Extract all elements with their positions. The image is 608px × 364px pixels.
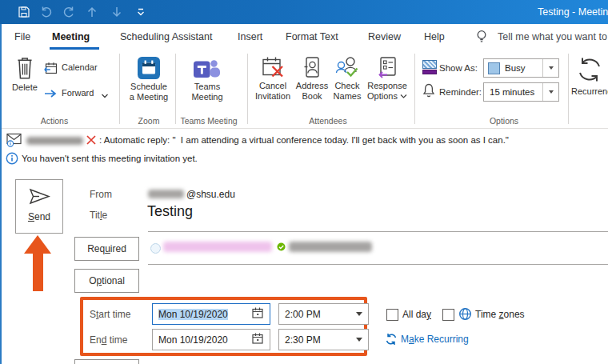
forward-dropdown-chevron-icon[interactable]	[101, 90, 109, 102]
move-up-icon[interactable]	[86, 6, 98, 18]
cancel-invitation-icon	[262, 56, 285, 81]
tab-format-text[interactable]: Format Text	[286, 31, 338, 42]
ribbon-divider	[0, 128, 608, 129]
recurrence-icon	[574, 55, 605, 86]
annotation-arrow-shaft	[33, 253, 43, 291]
presence-available-icon	[277, 242, 286, 254]
unsent-invitation-text: You haven't sent this meeting invitation…	[22, 154, 198, 163]
show-as-dropdown[interactable]: Busy	[483, 58, 559, 78]
make-recurring-icon	[385, 333, 398, 348]
automatic-reply-text: : Automatic reply: " I am attending a vi…	[99, 135, 509, 145]
all-day-checkbox[interactable]	[386, 309, 398, 321]
send-plane-icon	[29, 188, 50, 207]
required-label: Required	[87, 243, 126, 254]
all-day-label[interactable]: All day	[402, 309, 431, 320]
schedule-label-line2: a Meeting	[124, 92, 174, 102]
check-names-button[interactable]: Check Names	[330, 53, 365, 102]
recurrence-button[interactable]: Recurrence	[571, 53, 608, 97]
title-bar: Testing - Meeting	[0, 0, 608, 24]
tab-help[interactable]: Help	[424, 31, 445, 42]
busy-color-swatch	[488, 62, 500, 74]
blurred-sender-name	[26, 137, 83, 145]
tab-scheduling-assistant[interactable]: Scheduling Assistant	[120, 31, 212, 42]
group-divider	[414, 54, 415, 124]
tab-meeting[interactable]: Meeting	[52, 31, 90, 42]
check-names-icon	[335, 56, 359, 81]
customize-toolbar-chevron-icon[interactable]	[134, 6, 147, 18]
response-options-chevron-icon	[400, 94, 407, 99]
address-book-label-line1: Address	[294, 81, 330, 91]
optional-button[interactable]: Optional	[74, 269, 139, 293]
window-title: Testing - Meeting	[538, 6, 608, 18]
move-down-icon[interactable]	[110, 6, 123, 18]
forward-arrow-icon	[44, 90, 58, 102]
schedule-a-meeting-button[interactable]: Schedule a Meeting	[124, 53, 174, 102]
group-label-zoom: Zoom	[126, 116, 172, 126]
globe-icon	[458, 307, 472, 323]
end-time-value: 2:30 PM	[285, 334, 321, 346]
response-options-icon	[378, 56, 397, 81]
start-date-field[interactable]: Mon 10/19/2020	[152, 303, 270, 325]
address-book-icon	[303, 56, 321, 81]
time-zones-checkbox[interactable]	[442, 309, 454, 321]
save-icon[interactable]	[18, 6, 30, 18]
start-date-value: Mon 10/19/2020	[158, 309, 228, 320]
blurred-attendee-chip-selected[interactable]	[163, 242, 272, 252]
attendee-presence-icon	[150, 243, 161, 254]
send-button[interactable]: Send	[15, 179, 63, 234]
undo-icon[interactable]	[40, 6, 53, 18]
teams-label-line2: Meeting	[182, 92, 232, 102]
redo-icon[interactable]	[62, 6, 75, 18]
forward-button[interactable]: Forward	[44, 88, 58, 102]
date-picker-icon[interactable]	[251, 332, 264, 347]
tell-me-box[interactable]: Tell me what you want to do	[498, 31, 608, 42]
from-label: From	[90, 189, 112, 200]
title-value[interactable]: Testing	[147, 203, 193, 220]
blurred-attendee-chip[interactable]	[289, 242, 372, 252]
dropdown-arrow-icon[interactable]	[356, 338, 362, 342]
end-time-dropdown[interactable]: 2:30 PM	[278, 329, 369, 350]
delete-label: Delete	[6, 82, 43, 93]
end-time-label: End time	[90, 334, 127, 346]
show-as-chevron-icon[interactable]	[542, 59, 558, 77]
calendar-icon	[44, 66, 58, 77]
teams-meeting-button[interactable]: Teams Meeting	[182, 53, 232, 102]
location-button-partial[interactable]	[74, 359, 139, 364]
recurrence-label: Recurrence	[571, 86, 608, 97]
reminder-value: 15 minutes	[490, 87, 534, 97]
address-book-button[interactable]: Address Book	[294, 53, 330, 102]
start-time-dropdown[interactable]: 2:00 PM	[278, 303, 369, 325]
response-options-label-line2: Options	[365, 91, 410, 102]
cancel-label-line2: Invitation	[251, 91, 294, 102]
tab-insert[interactable]: Insert	[238, 31, 262, 42]
cancel-label-line1: Cancel	[251, 81, 294, 91]
reminder-dropdown[interactable]: 15 minutes	[483, 82, 559, 102]
date-picker-icon[interactable]	[251, 306, 264, 322]
check-names-label-line2: Names	[330, 91, 365, 102]
show-as-label: Show As:	[439, 63, 478, 73]
delete-button[interactable]: Delete	[6, 53, 43, 93]
response-options-button[interactable]: Response Options	[365, 53, 410, 102]
group-label-options: Options	[476, 116, 532, 126]
group-divider	[247, 54, 248, 124]
end-date-field[interactable]: Mon 10/19/2020	[152, 329, 270, 350]
from-address-suffix[interactable]: @shsu.edu	[186, 189, 235, 200]
group-divider	[119, 54, 120, 124]
address-book-label-line2: Book	[294, 91, 330, 102]
make-recurring-link[interactable]: Make Recurring	[401, 334, 469, 345]
remove-x-icon[interactable]	[86, 135, 96, 147]
tab-file[interactable]: File	[14, 31, 30, 42]
start-time-label: Start time	[90, 309, 130, 320]
dropdown-arrow-icon[interactable]	[356, 312, 362, 316]
tab-review[interactable]: Review	[368, 31, 401, 42]
start-time-value: 2:00 PM	[285, 309, 321, 320]
calendar-button[interactable]: Calendar	[44, 62, 58, 77]
lightbulb-icon	[475, 29, 488, 47]
info-circle-icon	[6, 152, 18, 167]
required-button[interactable]: Required	[74, 237, 139, 261]
schedule-label-line1: Schedule	[124, 82, 174, 92]
check-names-label-line1: Check	[330, 81, 365, 91]
cancel-invitation-button[interactable]: Cancel Invitation	[251, 53, 294, 102]
reminder-chevron-icon[interactable]	[542, 83, 558, 101]
time-zones-label[interactable]: Time zones	[475, 309, 525, 320]
